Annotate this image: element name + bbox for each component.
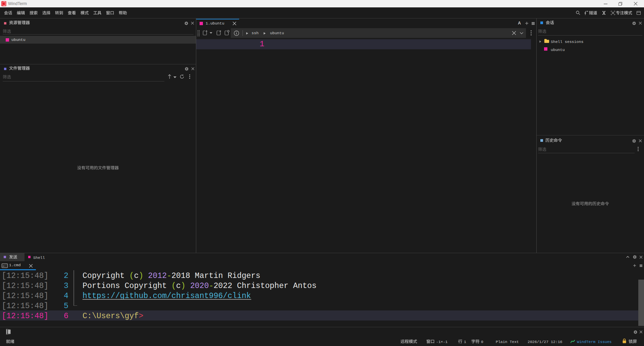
svg-text:c:: c: (3, 265, 5, 268)
